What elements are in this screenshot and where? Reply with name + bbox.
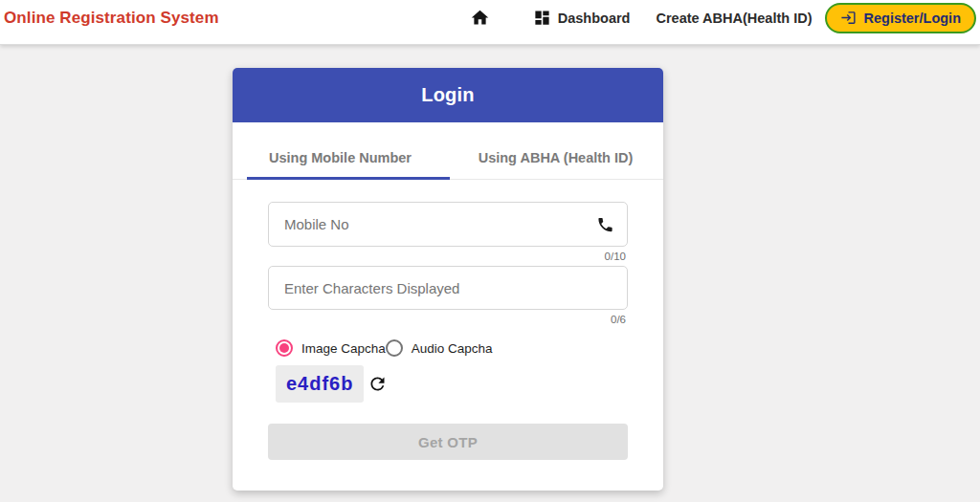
tab-using-abha-health-id[interactable]: Using ABHA (Health ID) bbox=[448, 122, 663, 179]
radio-selected-icon bbox=[276, 339, 293, 357]
image-captcha-label: Image Capcha bbox=[301, 341, 386, 356]
create-abha-link[interactable]: Create ABHA(Health ID) bbox=[656, 11, 812, 26]
captcha-display-row: e4df6b bbox=[276, 365, 628, 403]
captcha-counter: 0/6 bbox=[268, 314, 626, 327]
radio-unselected-icon bbox=[386, 339, 403, 357]
captcha-type-options: Image Capcha Audio Capcha bbox=[276, 339, 628, 357]
home-button[interactable] bbox=[470, 8, 490, 28]
captcha-input[interactable] bbox=[269, 267, 627, 309]
mobile-number-field-box bbox=[268, 202, 628, 247]
login-form: 0/10 0/6 Image Capcha Audio Capcha e4df6… bbox=[233, 180, 663, 460]
dashboard-icon bbox=[533, 9, 551, 27]
register-login-button[interactable]: Register/Login bbox=[825, 3, 976, 33]
mobile-number-input[interactable] bbox=[269, 203, 627, 246]
mobile-number-counter: 0/10 bbox=[268, 251, 626, 264]
login-icon bbox=[840, 10, 857, 26]
get-otp-button[interactable]: Get OTP bbox=[268, 424, 628, 460]
phone-icon bbox=[596, 215, 614, 233]
image-captcha-radio[interactable]: Image Capcha bbox=[276, 339, 386, 357]
dashboard-button[interactable]: Dashboard bbox=[533, 9, 631, 27]
login-card: Login Using Mobile Number Using ABHA (He… bbox=[233, 68, 663, 491]
tab-using-mobile-number[interactable]: Using Mobile Number bbox=[233, 122, 448, 179]
audio-captcha-radio[interactable]: Audio Capcha bbox=[386, 339, 493, 357]
dashboard-label: Dashboard bbox=[558, 11, 631, 26]
refresh-icon bbox=[368, 374, 388, 394]
login-title: Login bbox=[421, 84, 474, 106]
captcha-field-box bbox=[268, 266, 628, 310]
refresh-captcha-button[interactable] bbox=[368, 374, 388, 394]
register-login-label: Register/Login bbox=[863, 11, 961, 26]
captcha-image: e4df6b bbox=[276, 365, 364, 403]
active-tab-indicator bbox=[247, 177, 450, 180]
login-tabs: Using Mobile Number Using ABHA (Health I… bbox=[233, 122, 663, 180]
create-abha-label: Create ABHA(Health ID) bbox=[656, 11, 812, 26]
login-card-header: Login bbox=[233, 68, 663, 122]
home-icon bbox=[470, 8, 490, 28]
app-title: Online Registration System bbox=[4, 9, 219, 28]
captcha-image-text: e4df6b bbox=[286, 373, 353, 395]
top-nav: Dashboard Create ABHA(Health ID) Registe… bbox=[470, 3, 976, 33]
audio-captcha-label: Audio Capcha bbox=[412, 341, 493, 356]
top-navigation-bar: Online Registration System Dashboard Cre… bbox=[0, 0, 980, 45]
